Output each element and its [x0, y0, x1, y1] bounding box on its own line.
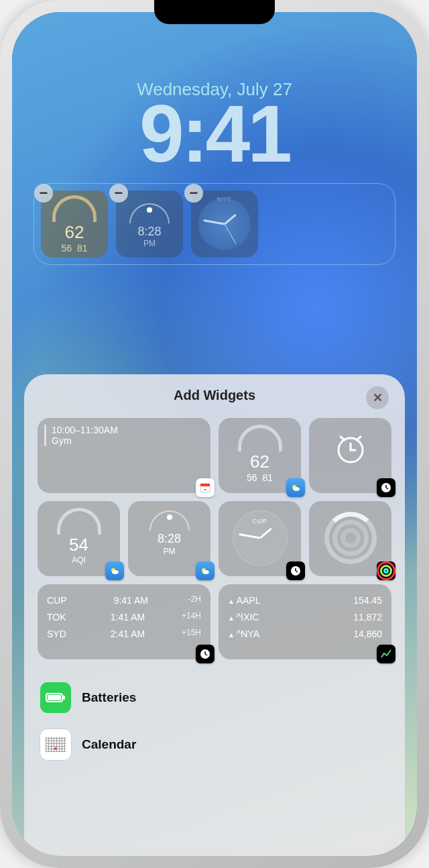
widget-alarm[interactable] — [309, 418, 391, 493]
widget-world-clock-list[interactable]: CUP 9:41 AM -2H TOK 1:41 AM +14H SYD 2:4… — [38, 584, 210, 659]
widget-calendar-event[interactable]: 10:00–11:30AM Gym — [38, 418, 210, 493]
analog-clock-icon — [198, 198, 251, 250]
stock-row: AAPL 154.45 — [228, 592, 382, 609]
widget-fitness-rings[interactable] — [309, 501, 391, 576]
close-icon: ✕ — [373, 390, 383, 405]
world-clock-row: CUP 9:41 AM -2H — [47, 592, 201, 609]
fitness-app-badge-icon — [377, 561, 395, 580]
stock-row: ^NYA 14,860 — [228, 626, 382, 643]
batteries-app-icon — [40, 682, 71, 713]
add-widgets-sheet: Add Widgets ✕ 10:00–11:30AM Gym — [24, 374, 405, 856]
remove-widget-button[interactable]: − — [109, 184, 128, 203]
svg-rect-1 — [200, 484, 210, 486]
app-label: Calendar — [82, 737, 136, 752]
remove-widget-button[interactable]: − — [34, 184, 53, 203]
lock-widget-world-clock[interactable]: − NYC — [191, 191, 258, 258]
calendar-event-time: 10:00–11:30AM — [52, 425, 204, 435]
screen: Wednesday, July 27 9:41 − 62 56 81 − 8:2… — [12, 12, 417, 856]
svg-line-9 — [357, 437, 361, 440]
lockscreen-time[interactable]: 9:41 — [12, 93, 417, 174]
sunset-arc-icon — [129, 203, 170, 223]
weather-temp: 62 — [250, 451, 269, 472]
gauge-arc-icon — [52, 195, 97, 222]
gauge-arc-icon — [57, 508, 101, 535]
aqi-label: AQI — [72, 555, 86, 565]
notch — [154, 0, 275, 24]
sunset-period: PM — [143, 239, 156, 248]
app-label: Batteries — [82, 690, 136, 705]
activity-rings-icon — [324, 512, 377, 564]
aqi-value: 54 — [69, 535, 88, 555]
weather-range: 56 81 — [62, 243, 88, 254]
weather-app-badge-icon — [105, 561, 124, 580]
calendar-event-title: Gym — [52, 435, 204, 446]
sunset-time: 8:28 — [137, 225, 161, 239]
widget-weather-gauge[interactable]: 62 56 81 — [219, 418, 301, 493]
clock-app-badge-icon — [377, 478, 395, 497]
clock-app-badge-icon — [286, 561, 305, 580]
widget-bar[interactable]: − 62 56 81 − 8:28 PM − NYC — [34, 183, 395, 265]
widget-analog-clock[interactable]: CUP — [219, 501, 301, 576]
svg-point-4 — [293, 487, 300, 491]
svg-line-8 — [341, 437, 345, 440]
sunset-period: PM — [164, 547, 176, 556]
widget-air-quality[interactable]: 54 AQI — [38, 501, 120, 576]
widget-sunset[interactable]: 8:28 PM — [128, 501, 210, 576]
remove-widget-button[interactable]: − — [184, 184, 203, 203]
close-button[interactable]: ✕ — [366, 386, 389, 409]
stock-row: ^IXIC 11,872 — [228, 609, 382, 626]
sunset-arc-icon — [149, 510, 190, 531]
weather-range: 56 81 — [247, 472, 273, 483]
analog-clock-icon: CUP — [233, 510, 288, 565]
gauge-arc-icon — [238, 425, 282, 451]
svg-point-16 — [202, 570, 209, 574]
lockscreen: Wednesday, July 27 9:41 − 62 56 81 − 8:2… — [12, 12, 417, 265]
svg-point-14 — [112, 570, 119, 574]
weather-app-badge-icon — [286, 478, 305, 497]
phone-frame: Wednesday, July 27 9:41 − 62 56 81 − 8:2… — [0, 0, 429, 868]
stocks-app-badge-icon — [377, 645, 395, 663]
app-row-batteries[interactable]: Batteries — [38, 674, 391, 721]
app-row-calendar[interactable]: Calendar — [38, 721, 391, 768]
sheet-title: Add Widgets ✕ — [38, 388, 391, 403]
world-clock-row: SYD 2:41 AM +15H — [47, 626, 201, 643]
world-clock-row: TOK 1:41 AM +14H — [47, 609, 201, 626]
weather-app-badge-icon — [196, 561, 214, 580]
lock-widget-weather[interactable]: − 62 56 81 — [41, 191, 108, 258]
clock-app-badge-icon — [196, 645, 214, 663]
svg-rect-25 — [63, 696, 65, 700]
calendar-app-icon — [40, 729, 71, 760]
sunset-time: 8:28 — [158, 532, 181, 545]
svg-rect-24 — [48, 695, 61, 700]
calendar-app-badge-icon — [196, 478, 214, 497]
suggested-widgets-grid: 10:00–11:30AM Gym 62 56 81 — [38, 418, 391, 659]
lock-widget-sunset[interactable]: − 8:28 PM — [116, 191, 183, 258]
svg-point-2 — [204, 489, 206, 490]
alarm-icon — [332, 430, 369, 466]
weather-temp: 62 — [65, 222, 84, 243]
widget-apps-list: Batteries Calendar — [38, 674, 391, 768]
widget-stocks[interactable]: AAPL 154.45 ^IXIC 11,872 ^NYA 14,860 — [219, 584, 391, 659]
